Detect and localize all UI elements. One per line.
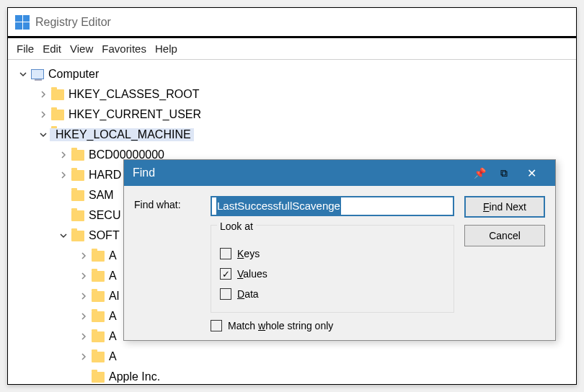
- folder-icon: [71, 231, 84, 241]
- folder-icon: [71, 190, 84, 201]
- find-dialog-title: Find: [133, 166, 155, 179]
- regedit-icon: [15, 15, 30, 30]
- folder-icon: [92, 331, 105, 342]
- tree-label: HKEY_CURRENT_USER: [68, 108, 201, 121]
- lookat-group: Look at Keys ✓ Values Data: [211, 225, 454, 313]
- chevron-right-icon[interactable]: [77, 249, 90, 262]
- computer-icon: [31, 69, 44, 79]
- chevron-right-icon[interactable]: [77, 350, 90, 363]
- tree-node-hkcr[interactable]: HKEY_CLASSES_ROOT: [12, 84, 572, 104]
- folder-icon: [51, 89, 64, 100]
- tree-label: A: [109, 350, 117, 363]
- checkbox-keys-label: Keys: [237, 248, 260, 259]
- checkbox-match-label: Match whole string only: [228, 320, 333, 331]
- chevron-right-icon[interactable]: [77, 310, 90, 323]
- menu-bar: File Edit View Favorites Help: [8, 38, 576, 60]
- find-dialog-titlebar[interactable]: Find 📌 ⧉ ✕: [124, 160, 555, 186]
- menu-edit[interactable]: Edit: [43, 43, 61, 55]
- selected-node: HKEY_LOCAL_MACHINE: [50, 128, 194, 141]
- menu-favorites[interactable]: Favorites: [102, 43, 146, 55]
- tree-label: Computer: [48, 68, 99, 81]
- folder-icon: [92, 352, 105, 362]
- tree-label: SOFT: [89, 229, 120, 242]
- checkbox-icon: [211, 320, 222, 331]
- app-title: Registry Editor: [35, 16, 111, 29]
- find-input[interactable]: LastSuccessfullScavenge: [211, 196, 454, 216]
- tree-label: HARD: [89, 169, 121, 182]
- folder-icon: [92, 291, 105, 302]
- cancel-button[interactable]: Cancel: [464, 225, 545, 246]
- menu-file[interactable]: File: [17, 43, 34, 55]
- checkbox-values-label: Values: [237, 268, 267, 280]
- tree-node-hkcu[interactable]: HKEY_CURRENT_USER: [12, 104, 572, 125]
- chevron-right-icon[interactable]: [77, 270, 90, 282]
- tree-label: SAM: [89, 189, 114, 202]
- chevron-right-icon[interactable]: [37, 88, 50, 101]
- folder-icon: [92, 271, 105, 282]
- checkbox-data-label: Data: [237, 288, 259, 300]
- restore-icon[interactable]: ⧉: [492, 167, 516, 179]
- folder-icon: [71, 150, 84, 161]
- chevron-down-icon[interactable]: [57, 229, 70, 242]
- titlebar: Registry Editor: [8, 8, 576, 38]
- folder-icon: [92, 251, 105, 262]
- find-dialog: Find 📌 ⧉ ✕ Find what: LastSuccessfullSca…: [123, 159, 556, 341]
- tree-label: A: [109, 270, 117, 282]
- checkbox-data[interactable]: Data: [220, 285, 445, 303]
- checkbox-icon: [220, 248, 231, 259]
- checkbox-icon: [220, 288, 231, 300]
- find-input-value: LastSuccessfullScavenge: [216, 197, 341, 215]
- close-icon[interactable]: ✕: [516, 160, 547, 186]
- registry-editor-window: Registry Editor File Edit View Favorites…: [7, 7, 577, 385]
- chevron-right-icon[interactable]: [57, 148, 70, 161]
- tree-label: HKEY_CLASSES_ROOT: [68, 88, 199, 101]
- checkbox-values[interactable]: ✓ Values: [220, 264, 445, 283]
- chevron-down-icon[interactable]: [17, 68, 30, 81]
- tree-node-hklm[interactable]: HKEY_LOCAL_MACHINE: [12, 125, 572, 145]
- tree-label: Apple Inc.: [109, 370, 160, 383]
- tree-label: SECU: [89, 209, 120, 222]
- tree-row[interactable]: A: [12, 347, 572, 367]
- folder-icon: [92, 372, 105, 383]
- tree-node-apple[interactable]: Apple Inc.: [12, 367, 572, 385]
- checkbox-icon: ✓: [220, 268, 231, 280]
- folder-icon: [92, 311, 105, 322]
- menu-view[interactable]: View: [70, 43, 93, 55]
- checkbox-keys[interactable]: Keys: [220, 244, 445, 263]
- lookat-label: Look at: [217, 220, 256, 232]
- tree-label: A: [109, 310, 117, 323]
- tree-node-computer[interactable]: Computer: [12, 64, 572, 84]
- findwhat-label: Find what:: [134, 199, 181, 210]
- tree-label: A: [109, 330, 117, 343]
- find-next-button[interactable]: Find Next: [464, 196, 545, 218]
- chevron-right-icon[interactable]: [77, 330, 90, 343]
- folder-icon: [71, 210, 84, 221]
- chevron-right-icon[interactable]: [37, 108, 50, 121]
- tree-label: A: [109, 249, 117, 262]
- pin-icon[interactable]: 📌: [467, 167, 492, 179]
- folder-icon: [51, 110, 64, 120]
- chevron-right-icon[interactable]: [77, 290, 90, 303]
- folder-icon: [71, 170, 84, 181]
- chevron-right-icon[interactable]: [57, 169, 70, 182]
- tree-label: Al: [109, 290, 119, 303]
- chevron-down-icon[interactable]: [37, 128, 50, 141]
- checkbox-match-whole[interactable]: Match whole string only: [211, 320, 454, 331]
- tree-label: HKEY_LOCAL_MACHINE: [56, 128, 191, 141]
- menu-help[interactable]: Help: [155, 43, 177, 55]
